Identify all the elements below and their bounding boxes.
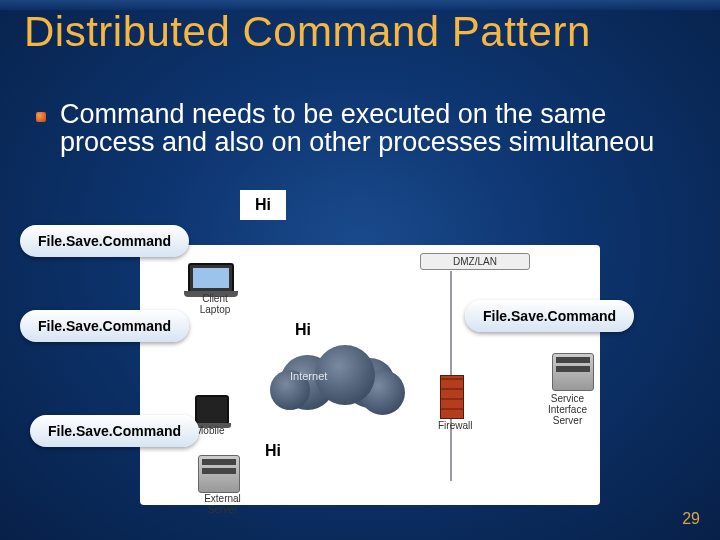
mobile-device-icon [195, 395, 229, 425]
cloud-label: Internet [290, 370, 327, 382]
hi-popup-3: Hi [250, 436, 296, 466]
speech-tail-icon [193, 425, 213, 445]
command-bubble-label: File.Save.Command [483, 308, 616, 324]
command-bubble-label: File.Save.Command [38, 233, 171, 249]
command-bubble-label: File.Save.Command [38, 318, 171, 334]
body-text: Command needs to be executed on the same… [60, 100, 690, 157]
speech-tail-icon [451, 310, 471, 330]
external-server-icon [198, 455, 240, 493]
network-diagram: DMZ/LAN Client Laptop Mobile External Se… [140, 245, 600, 505]
page-number: 29 [682, 510, 700, 528]
cloud-icon [270, 340, 390, 410]
firewall-label: Firewall [438, 420, 472, 431]
client-laptop-icon [188, 263, 234, 293]
command-bubble-label: File.Save.Command [48, 423, 181, 439]
client-label: Client Laptop [190, 293, 240, 315]
bullet-icon [36, 112, 46, 122]
dmz-label: DMZ/LAN [420, 253, 530, 270]
command-bubble-2: File.Save.Command [20, 310, 189, 342]
speech-tail-icon [183, 320, 203, 340]
speech-tail-icon [183, 235, 203, 255]
command-bubble-1: File.Save.Command [20, 225, 189, 257]
slide-title: Distributed Command Pattern [24, 8, 696, 56]
service-server-label: Service Interface Server [540, 393, 595, 426]
slide: Distributed Command Pattern Command need… [0, 0, 720, 540]
hi-popup-2: Hi [280, 315, 326, 345]
command-bubble-4: File.Save.Command [465, 300, 634, 332]
service-server-icon [552, 353, 594, 391]
firewall-icon [440, 375, 464, 419]
command-bubble-3: File.Save.Command [30, 415, 199, 447]
external-server-label: External Server [200, 493, 245, 515]
hi-popup-1: Hi [240, 190, 286, 220]
